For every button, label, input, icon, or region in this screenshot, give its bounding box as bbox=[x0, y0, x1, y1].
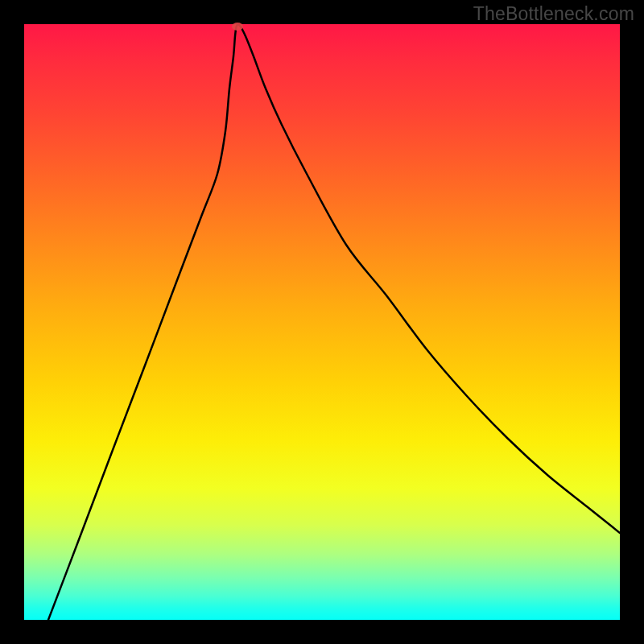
plot-area bbox=[24, 24, 620, 620]
curve-svg bbox=[24, 24, 620, 620]
bottleneck-curve bbox=[48, 24, 620, 620]
minimum-marker bbox=[232, 23, 243, 31]
watermark-text: TheBottleneck.com bbox=[473, 3, 634, 25]
